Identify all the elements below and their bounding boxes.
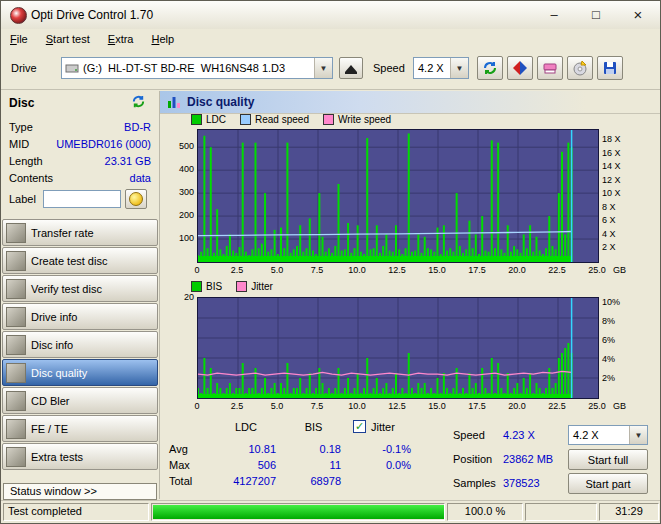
sidebar-item-label: Create test disc [31, 255, 107, 267]
sidebar-item-drive-info[interactable]: Drive info [2, 303, 158, 330]
sidebar-item-label: Disc quality [31, 367, 87, 379]
disc-burn-icon [572, 60, 588, 76]
sidebar-item-label: Drive info [31, 311, 77, 323]
avg-bis-value: 0.18 [286, 443, 341, 455]
read-speed-swatch-icon [240, 114, 251, 125]
disc-section-title: Disc [9, 96, 34, 110]
window-title: Opti Drive Control 1.70 [31, 8, 153, 22]
menu-bar: File Start test Extra Help [1, 29, 660, 50]
start-full-button[interactable]: Start full [568, 449, 648, 470]
chevron-down-icon[interactable]: ▼ [629, 426, 647, 444]
samples-label: Samples [453, 477, 496, 489]
maximize-icon[interactable]: □ [576, 1, 616, 28]
save-button[interactable] [597, 56, 623, 80]
statusbar-divider [1, 500, 661, 501]
disc-type-value: BD-R [51, 121, 151, 133]
disc-length-label: Length [9, 155, 43, 167]
refresh-icon [482, 60, 498, 76]
sidebar-item-label: CD Bler [31, 395, 70, 407]
fe-te-icon [6, 419, 26, 439]
sidebar-item-create-test-disc[interactable]: Create test disc [2, 247, 158, 274]
start-part-button[interactable]: Start part [568, 473, 648, 494]
drive-label: Drive [11, 62, 37, 74]
ldc-legend-label: LDC [206, 114, 226, 125]
disc-label-input[interactable] [43, 190, 121, 208]
chevron-down-icon[interactable]: ▼ [450, 58, 468, 78]
write-speed-legend-label: Write speed [338, 114, 391, 125]
disc-quality-shortcut-button[interactable] [507, 56, 533, 80]
drive-select-value: (G:) HL-DT-ST BD-RE WH16NS48 1.D3 [79, 62, 314, 74]
disc-contents-value[interactable]: data [51, 172, 151, 184]
position-value: 23862 MB [503, 453, 553, 465]
refresh-icon [131, 94, 146, 109]
chart-icon [167, 95, 181, 109]
minimize-icon[interactable]: – [534, 1, 574, 28]
quality-diamond-icon [512, 60, 528, 76]
bis-plot-area [197, 297, 599, 399]
sidebar-item-extra-tests[interactable]: Extra tests [2, 443, 158, 470]
disc-quality-icon [6, 363, 26, 383]
sidebar-item-cd-bler[interactable]: CD Bler [2, 387, 158, 414]
erase-disc-button[interactable] [537, 56, 563, 80]
jitter-legend-label: Jitter [251, 281, 273, 292]
chart1-legend: LDC Read speed Write speed [191, 114, 405, 125]
status-window-button[interactable]: Status window >> [3, 483, 157, 500]
progress-fill [153, 505, 445, 519]
sidebar-item-transfer-rate[interactable]: Transfer rate [2, 219, 158, 246]
samples-value: 378523 [503, 477, 540, 489]
close-icon[interactable]: × [618, 1, 658, 28]
total-ldc-value: 4127207 [216, 475, 276, 487]
max-ldc-value: 506 [216, 459, 276, 471]
menu-extra[interactable]: Extra [99, 30, 143, 48]
jitter-checkbox[interactable]: ✓ [353, 420, 366, 433]
check-icon: ✓ [355, 421, 364, 432]
speed-select-value: 4.2 X [414, 62, 450, 74]
extra-tests-icon [6, 447, 26, 467]
sidebar-item-fe-te[interactable]: FE / TE [2, 415, 158, 442]
chevron-down-icon[interactable]: ▼ [314, 58, 332, 78]
statusbar-spacer [525, 503, 597, 521]
sidebar-item-label: Transfer rate [31, 227, 94, 239]
disc-type-label: Type [9, 121, 33, 133]
eject-icon [345, 65, 357, 72]
sidebar-item-label: FE / TE [31, 423, 68, 435]
sidebar-item-disc-quality[interactable]: Disc quality [2, 359, 158, 386]
label-icon-button[interactable] [125, 189, 147, 209]
drive-icon [65, 61, 79, 75]
eject-button[interactable] [339, 57, 363, 79]
ldc-chart: 50040030020010018 X16 X14 X12 X10 X8 X6 … [160, 129, 661, 277]
menu-start-test[interactable]: Start test [37, 30, 99, 48]
verify-test-disc-icon [6, 279, 26, 299]
elapsed-time: 31:29 [599, 503, 659, 521]
speed-select[interactable]: 4.2 X ▼ [413, 57, 469, 79]
transfer-rate-icon [6, 223, 26, 243]
cd-bler-icon [6, 391, 26, 411]
drive-select[interactable]: (G:) HL-DT-ST BD-RE WH16NS48 1.D3 ▼ [61, 57, 333, 79]
write-speed-swatch-icon [323, 114, 334, 125]
speed-result-label: Speed [453, 429, 485, 441]
disc-info-icon [6, 335, 26, 355]
avg-row-label: Avg [169, 443, 188, 455]
disc-length-value: 23.31 GB [51, 155, 151, 167]
bis-legend-label: BIS [206, 281, 222, 292]
burn-disc-button[interactable] [567, 56, 593, 80]
title-bar[interactable]: Opti Drive Control 1.70 – □ × [1, 1, 660, 30]
disc-edit-icon [129, 192, 143, 206]
ldc-column-header: LDC [216, 421, 276, 433]
disc-label-label: Label [9, 193, 36, 205]
max-row-label: Max [169, 459, 190, 471]
page-title: Disc quality [187, 95, 254, 109]
sidebar-item-verify-test-disc[interactable]: Verify test disc [2, 275, 158, 302]
menu-file[interactable]: File [1, 30, 37, 48]
app-icon [10, 7, 27, 24]
ldc-plot-area [197, 129, 599, 263]
bis-swatch-icon [191, 281, 202, 292]
sidebar-item-disc-info[interactable]: Disc info [2, 331, 158, 358]
refresh-button[interactable] [477, 56, 503, 80]
scan-speed-select[interactable]: 4.2 X ▼ [568, 425, 648, 445]
disc-refresh-button[interactable] [131, 94, 146, 111]
read-speed-legend-label: Read speed [255, 114, 309, 125]
toolbar: Drive (G:) HL-DT-ST BD-RE WH16NS48 1.D3 … [1, 49, 660, 90]
menu-help[interactable]: Help [142, 30, 183, 48]
create-test-disc-icon [6, 251, 26, 271]
